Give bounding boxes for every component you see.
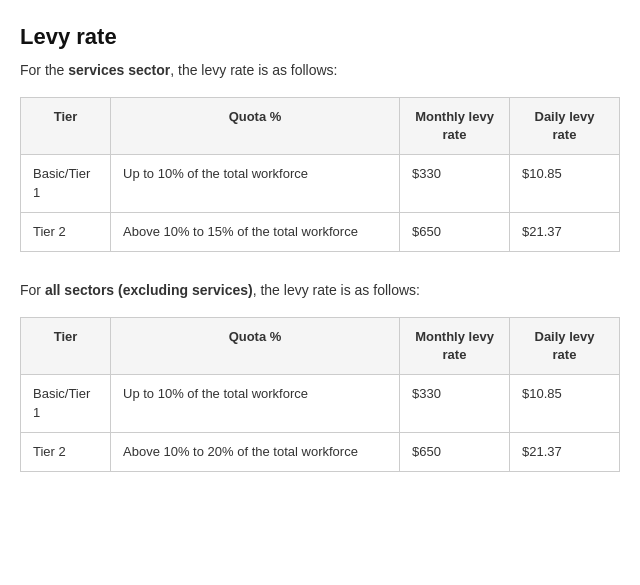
cell-daily: $21.37 bbox=[510, 432, 620, 471]
section1-intro-bold: services sector bbox=[68, 62, 170, 78]
cell-monthly: $330 bbox=[400, 375, 510, 432]
cell-daily: $10.85 bbox=[510, 155, 620, 212]
cell-tier: Basic/Tier 1 bbox=[21, 155, 111, 212]
section1-col-quota: Quota % bbox=[111, 98, 400, 155]
cell-daily: $21.37 bbox=[510, 212, 620, 251]
section1-intro-suffix: , the levy rate is as follows: bbox=[170, 62, 337, 78]
cell-quota: Above 10% to 20% of the total workforce bbox=[111, 432, 400, 471]
section2-col-tier: Tier bbox=[21, 317, 111, 374]
section2-intro-prefix: For bbox=[20, 282, 45, 298]
cell-daily: $10.85 bbox=[510, 375, 620, 432]
cell-monthly: $650 bbox=[400, 432, 510, 471]
section2-intro: For all sectors (excluding services), th… bbox=[20, 280, 620, 301]
cell-quota: Above 10% to 15% of the total workforce bbox=[111, 212, 400, 251]
section1-intro-prefix: For the bbox=[20, 62, 68, 78]
table-row: Basic/Tier 1 Up to 10% of the total work… bbox=[21, 375, 620, 432]
section1-header-row: Tier Quota % Monthly levy rate Daily lev… bbox=[21, 98, 620, 155]
cell-tier: Tier 2 bbox=[21, 432, 111, 471]
cell-monthly: $330 bbox=[400, 155, 510, 212]
section2-col-quota: Quota % bbox=[111, 317, 400, 374]
section2-col-daily: Daily levy rate bbox=[510, 317, 620, 374]
section1-col-tier: Tier bbox=[21, 98, 111, 155]
section2-header-row: Tier Quota % Monthly levy rate Daily lev… bbox=[21, 317, 620, 374]
table-row: Basic/Tier 1 Up to 10% of the total work… bbox=[21, 155, 620, 212]
cell-tier: Basic/Tier 1 bbox=[21, 375, 111, 432]
cell-quota: Up to 10% of the total workforce bbox=[111, 155, 400, 212]
section1-col-daily: Daily levy rate bbox=[510, 98, 620, 155]
page-title: Levy rate bbox=[20, 24, 620, 50]
cell-quota: Up to 10% of the total workforce bbox=[111, 375, 400, 432]
section2-intro-suffix: , the levy rate is as follows: bbox=[253, 282, 420, 298]
table-row: Tier 2 Above 10% to 15% of the total wor… bbox=[21, 212, 620, 251]
section2-intro-bold: all sectors (excluding services) bbox=[45, 282, 253, 298]
section1-table: Tier Quota % Monthly levy rate Daily lev… bbox=[20, 97, 620, 252]
section1-intro: For the services sector, the levy rate i… bbox=[20, 60, 620, 81]
cell-monthly: $650 bbox=[400, 212, 510, 251]
section2-col-monthly: Monthly levy rate bbox=[400, 317, 510, 374]
table-row: Tier 2 Above 10% to 20% of the total wor… bbox=[21, 432, 620, 471]
section2-table: Tier Quota % Monthly levy rate Daily lev… bbox=[20, 317, 620, 472]
cell-tier: Tier 2 bbox=[21, 212, 111, 251]
section1-col-monthly: Monthly levy rate bbox=[400, 98, 510, 155]
